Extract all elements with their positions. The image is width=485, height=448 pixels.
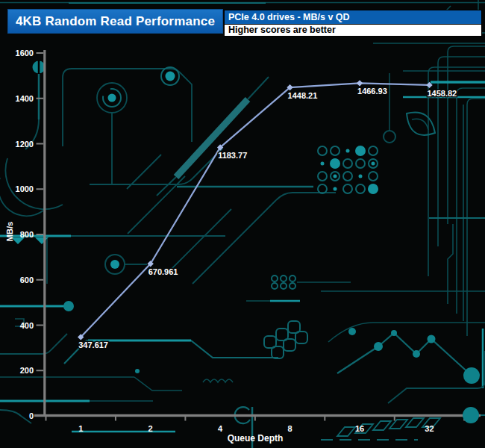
axis-end-dot (463, 407, 479, 423)
legend-line-1: PCIe 4.0 drives - MB/s v QD (225, 10, 481, 25)
performance-chart-page: 0200400600800100012001400160012481632Que… (0, 0, 485, 448)
chart-title: 4KB Random Read Performance (7, 9, 223, 34)
legend-box: PCIe 4.0 drives - MB/s v QD Higher score… (224, 10, 482, 37)
circuit-foreground (0, 0, 485, 448)
chart-title-text: 4KB Random Read Performance (16, 14, 215, 29)
legend-line-2: Higher scores are better (225, 25, 481, 36)
